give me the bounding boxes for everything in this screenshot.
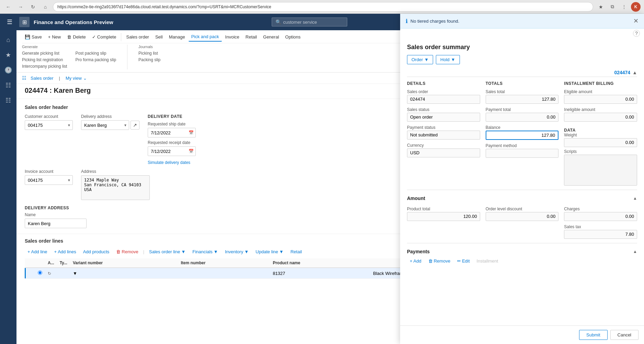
ribbon-sub-sep [127, 45, 127, 69]
general-label: General [263, 34, 279, 40]
requested-ship-date-input[interactable] [148, 128, 196, 137]
customer-account-select[interactable]: 004175 [25, 120, 73, 130]
sell-tab[interactable]: Sell [152, 33, 166, 41]
browser-url-bar: https://comme2e-tie-ring2a9136f7d174e86d… [53, 2, 593, 12]
save-label: Save [32, 34, 42, 40]
product-total-label: Product total [407, 207, 480, 211]
chevron-icon-ul: ▼ [279, 249, 284, 254]
payment-add-btn[interactable]: + Add [407, 257, 424, 265]
browser-profile-avatar[interactable]: K [631, 2, 641, 12]
delete-button[interactable]: 🗑 Delete [64, 33, 89, 41]
sales-order-tab[interactable]: Sales order [123, 33, 151, 41]
currency-label: Currency [407, 143, 480, 148]
new-icon: + [48, 34, 51, 40]
invoice-account-select[interactable]: 004175 [25, 175, 73, 185]
notification-close-btn[interactable]: ✕ [633, 17, 639, 25]
filter-icon[interactable]: ☷ [22, 75, 26, 81]
browser-settings-btn[interactable]: ⋮ [619, 2, 629, 12]
general-tab[interactable]: General [260, 33, 282, 41]
row-radio[interactable] [38, 270, 42, 275]
pro-forma-packing-slip-btn[interactable]: Pro forma packing slip [75, 57, 116, 63]
browser-refresh-btn[interactable]: ↻ [28, 2, 38, 12]
post-packing-slip-btn[interactable]: Post packing slip [75, 50, 116, 56]
payments-section-header[interactable]: Payments ▲ [407, 247, 637, 257]
browser-forward-btn[interactable]: → [16, 2, 25, 12]
generate-picking-list-btn[interactable]: Generate picking list [22, 50, 67, 56]
hold-btn[interactable]: Hold ▼ [436, 55, 460, 64]
panel-help-icon[interactable]: ? [633, 30, 640, 37]
delivery-name-input[interactable] [25, 219, 87, 228]
financials-dropdown[interactable]: Financials ▼ [190, 248, 221, 256]
financials-label: Financials [192, 249, 213, 254]
payment-edit-btn[interactable]: ✏ Edit [454, 257, 472, 265]
currency-field: Currency USD [407, 143, 480, 157]
generate-items2: Post packing slip Pro forma packing slip [75, 50, 116, 63]
amount-section-header[interactable]: Amount ▲ [407, 194, 637, 204]
manage-tab[interactable]: Manage [166, 33, 188, 41]
picking-list-journal-btn[interactable]: Picking list [138, 50, 160, 56]
options-label: Options [285, 34, 301, 40]
sales-order-line-dropdown[interactable]: Sales order line ▼ [146, 248, 188, 256]
journals-title: Journals [138, 45, 160, 49]
sales-status-field: Sales status Open order [407, 107, 480, 122]
browser-home-btn[interactable]: ⌂ [41, 2, 50, 12]
search-input[interactable] [283, 20, 338, 25]
add-line-btn[interactable]: + Add line [25, 248, 50, 256]
simulate-delivery-link[interactable]: Simulate delivery dates [148, 160, 196, 165]
remove-line-btn[interactable]: 🗑 Remove [113, 248, 141, 256]
sidebar-modules-btn[interactable]: ☷ [1, 93, 15, 107]
retail-line-btn[interactable]: Retail [288, 248, 305, 256]
delete-icon: 🗑 [67, 34, 71, 40]
sidebar-favorites-btn[interactable]: ★ [1, 48, 15, 62]
cancel-button[interactable]: Cancel [610, 330, 639, 340]
delivery-address-action-btn[interactable]: ↗ [131, 121, 139, 130]
options-tab[interactable]: Options [282, 33, 303, 41]
complete-icon: ✓ [92, 34, 96, 40]
chevron-down-icon: ⌄ [83, 76, 87, 81]
submit-button[interactable]: Submit [579, 330, 607, 340]
new-button[interactable]: + New [45, 33, 64, 41]
payment-installment-label: Installment [477, 258, 498, 264]
breadcrumb-sales-order[interactable]: Sales order [31, 76, 53, 81]
delivery-address-select[interactable]: Karen Berg [81, 120, 129, 130]
picking-list-registration-btn[interactable]: Picking list registration [22, 57, 67, 63]
product-total-value: 120.00 [407, 212, 480, 221]
view-selector[interactable]: My view ⌄ [66, 76, 87, 81]
inventory-dropdown[interactable]: Inventory ▼ [222, 248, 251, 256]
hamburger-menu-btn[interactable]: ☰ [4, 16, 15, 27]
payment-remove-btn[interactable]: 🗑 Remove [426, 257, 453, 265]
order-btn[interactable]: Order ▼ [407, 55, 433, 64]
sidebar-home-btn[interactable]: ⌂ [1, 33, 15, 47]
delivery-address-field-wrap: Karen Berg ▼ [81, 120, 129, 130]
sidebar-workspaces-btn[interactable]: ☷ [1, 78, 15, 92]
invoice-label: Invoice [225, 34, 239, 40]
payment-total-field: Payment total 0.00 [486, 107, 559, 122]
add-products-btn[interactable]: Add products [80, 248, 112, 256]
pick-and-pack-tab[interactable]: Pick and pack [189, 32, 222, 42]
address-textarea[interactable]: 1234 Maple Way San Francisco, CA 94103 U… [81, 175, 150, 200]
packing-slip-journal-btn[interactable]: Packing slip [138, 57, 160, 63]
save-button[interactable]: 💾 Save [22, 33, 45, 41]
scripts-textarea[interactable] [564, 155, 637, 186]
sell-label: Sell [155, 34, 163, 40]
notification-icon: ℹ [406, 18, 408, 24]
invoice-tab[interactable]: Invoice [223, 33, 242, 41]
order-number-collapse-btn[interactable]: ▲ [632, 70, 637, 75]
update-line-dropdown[interactable]: Update line ▼ [253, 248, 286, 256]
ineligible-amount-label: Ineligible amount [564, 107, 637, 112]
balance-label: Balance [486, 125, 559, 130]
browser-bookmark-btn[interactable]: ★ [596, 2, 606, 12]
notification-bar: ℹ No tiered charges found. ✕ [400, 14, 644, 29]
retail-tab[interactable]: Retail [243, 33, 260, 41]
browser-back-btn[interactable]: ← [3, 2, 13, 12]
complete-button[interactable]: ✓ Complete [89, 33, 119, 41]
add-lines-btn[interactable]: + Add lines [52, 248, 79, 256]
row-refresh-icon[interactable]: ↻ [48, 271, 51, 276]
invoice-account-group: Invoice account 004175 ▼ [25, 169, 73, 185]
browser-extensions-btn[interactable]: ⧉ [608, 2, 617, 12]
sidebar-recent-btn[interactable]: 🕐 [1, 63, 15, 77]
intercompany-picking-list-btn[interactable]: Intercompany picking list [22, 63, 67, 69]
installment-col-title: INSTALLMENT BILLING [564, 81, 637, 86]
journals-items: Picking list Packing slip [138, 50, 160, 63]
requested-receipt-date-input[interactable] [148, 146, 196, 156]
